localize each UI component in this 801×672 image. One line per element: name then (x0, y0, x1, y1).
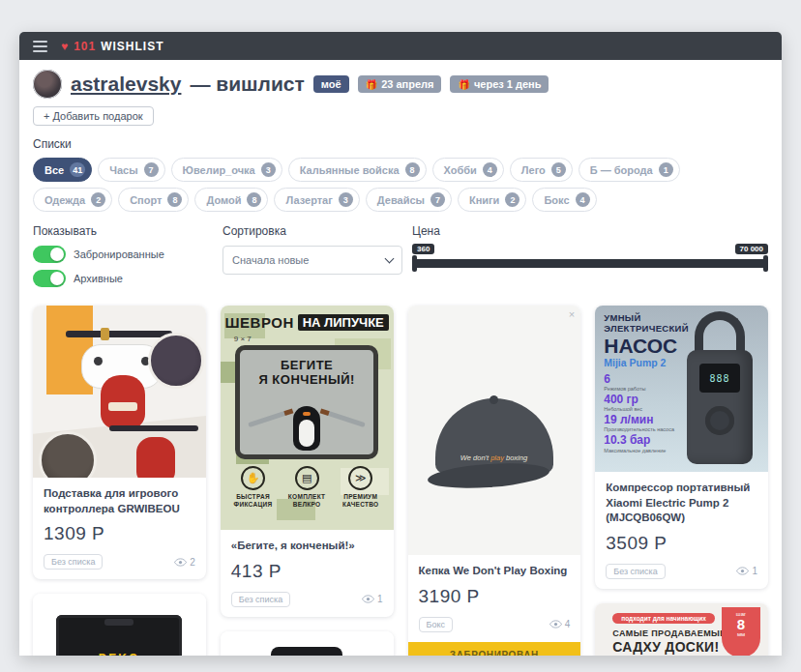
chip-label: Домой (206, 194, 241, 206)
badge-step-unit: мм (722, 631, 760, 637)
chip-jewelry[interactable]: Ювелир_очка3 (171, 158, 282, 182)
gift-grid: Подставка для игрового контроллера GRWIB… (33, 306, 768, 656)
hamburger-menu-icon[interactable] (33, 41, 47, 52)
gift-card-xiaomi-pump[interactable]: УМНЫЙ ЭЛЕКТРИЧЕСКИЙ НАСОС Mijia Pump 2 6… (595, 306, 768, 589)
username-link[interactable]: astralevsky (71, 73, 181, 96)
add-gift-button[interactable]: + Добавить подарок (33, 106, 154, 126)
booked-status-banner[interactable]: ЗАБРОНИРОВАН (408, 642, 581, 656)
pump-spec-label: Максимальное давление (604, 448, 689, 453)
pump-ad-line3: НАСОС (604, 336, 689, 356)
gift-card-deko-tools[interactable]: DEKO (33, 594, 206, 656)
main-panel: ♥ 101 WISHLIST astralevsky — вишлист моё… (19, 32, 782, 656)
cap-text: We don't (460, 453, 489, 462)
penguin-shape (293, 406, 320, 451)
chip-sport[interactable]: Спорт8 (118, 188, 189, 212)
katana-prop (66, 331, 172, 337)
eye-icon (362, 595, 374, 603)
chip-label: Бокс (544, 194, 569, 206)
pump-spec-value: 10.3 бар (604, 434, 689, 447)
gift-title: Кепка We Don't Play Boxing (419, 564, 571, 579)
cap-embroidery-text: We don't play boxing (435, 453, 553, 462)
chip-count: 8 (405, 162, 420, 177)
patch-text-1: БЕГИТЕ (240, 358, 373, 372)
gift-views: 2 (174, 557, 195, 568)
gift-image-patch: ШЕВРОН НА ЛИПУЧКЕ 9 × 7 БЕГИТЕ Я КОНЧЕНЫ… (221, 306, 394, 530)
brand-logo[interactable]: ♥ 101 WISHLIST (61, 40, 163, 53)
chip-devices[interactable]: Девайсы7 (366, 188, 452, 212)
feature-label: ФИКСАЦИЯ (234, 501, 273, 508)
close-icon[interactable]: × (569, 308, 575, 320)
chip-books[interactable]: Книги2 (458, 188, 526, 212)
lists-label: Списки (33, 137, 768, 151)
hand-icon: ✋ (241, 466, 265, 490)
avatar[interactable] (33, 70, 62, 99)
chip-label: Лего (521, 164, 546, 176)
gift-views: 1 (736, 566, 757, 576)
gift-list-tag: Без списка (231, 592, 290, 607)
toggle-archived[interactable]: Архивные (33, 270, 222, 287)
velcro-icon: ▤ (295, 466, 319, 490)
sadhu-step-badge: шаг 8 мм (722, 607, 760, 656)
pump-ad-line4: Mijia Pump 2 (604, 357, 689, 368)
chip-all[interactable]: Все41 (33, 158, 92, 182)
chip-watches[interactable]: Часы7 (98, 158, 164, 182)
chip-count: 41 (70, 162, 85, 177)
gift-views: 1 (362, 594, 383, 604)
price-slider-track[interactable] (412, 259, 768, 268)
chip-home[interactable]: Домой8 (194, 188, 268, 212)
pump-spec-value: 19 л/мин (604, 414, 689, 426)
patch-text-2: Я КОНЧЕНЫЙ! (240, 372, 373, 387)
gift-title: Подставка для игрового контроллера GRWIB… (44, 486, 195, 516)
machete-shape (327, 411, 366, 427)
price-slider-handle-min[interactable] (412, 255, 417, 272)
gift-icon: 🎁 (366, 79, 377, 90)
chip-hobby[interactable]: Хобби4 (432, 158, 504, 182)
price-label: Цена (412, 224, 768, 238)
gift-card-patch[interactable]: ШЕВРОН НА ЛИПУЧКЕ 9 × 7 БЕГИТЕ Я КОНЧЕНЫ… (221, 306, 394, 617)
feature-label: БЫСТРАЯ (236, 493, 270, 500)
sadhu-title-2: САДХУ ДОСКИ! (612, 639, 719, 655)
gift-title: «Бегите, я конченый!» (231, 539, 383, 554)
chip-label: Кальянные войска (300, 164, 400, 176)
gift-card-sadhu-boards[interactable]: подходит для начинающих САМЫЕ ПРОДАВАЕМЫ… (595, 603, 768, 656)
chip-boxing[interactable]: Бокс4 (532, 188, 596, 212)
gift-list-tag: Без списка (44, 554, 103, 570)
gift-card-gshock-watch[interactable]: G-SHOCK (221, 631, 394, 656)
watch-strap-shape (271, 647, 342, 656)
wishlist-header: astralevsky — вишлист моё 🎁 23 апреля 🎁 … (33, 70, 768, 99)
chip-hookah[interactable]: Кальянные войска8 (288, 158, 427, 182)
chip-count: 1 (659, 162, 673, 177)
price-max-label: 70 000 (735, 244, 768, 254)
toggle-booked-switch[interactable] (33, 246, 66, 263)
badge-countdown: 🎁 через 1 день (450, 75, 549, 93)
toggle-archived-switch[interactable] (33, 270, 66, 287)
top-navbar: ♥ 101 WISHLIST (19, 32, 782, 60)
gift-image-sadhu-boards: подходит для начинающих САМЫЕ ПРОДАВАЕМЫ… (595, 603, 768, 656)
gift-card-boxing-cap[interactable]: × We don't play boxing Кепка We Don't Pl… (408, 306, 581, 656)
sort-select[interactable]: Сначала новые (222, 246, 402, 275)
chevron-rank-icon: ≫ (348, 466, 372, 490)
patch-banner-2: НА ЛИПУЧКЕ (298, 314, 389, 331)
pump-display: 888 (699, 364, 740, 393)
patch-shape: БЕГИТЕ Я КОНЧЕНЫЙ! (235, 345, 378, 459)
chip-count: 7 (144, 162, 159, 177)
pump-spec-label: Производительность насоса (604, 426, 689, 432)
gift-title: Компрессор портативный Xiaomi Electric P… (606, 481, 757, 526)
price-slider-handle-max[interactable] (763, 255, 768, 272)
views-count: 4 (565, 619, 571, 629)
price-min-label: 360 (412, 244, 434, 254)
chip-lasertag[interactable]: Лазертаг3 (274, 188, 359, 212)
chip-lego[interactable]: Лего5 (510, 158, 573, 182)
chip-beard[interactable]: Б — борода1 (578, 158, 680, 182)
chip-clothes[interactable]: Одежда2 (33, 188, 112, 212)
toggle-booked[interactable]: Забронированные (33, 246, 222, 263)
price-slider[interactable]: 360 70 000 (412, 259, 768, 268)
gift-image-controller-stand (33, 306, 206, 478)
chip-count: 2 (505, 192, 519, 207)
brand-wishlist: WISHLIST (101, 40, 163, 53)
gift-card-controller-stand[interactable]: Подставка для игрового контроллера GRWIB… (33, 306, 206, 579)
cap-shape: We don't play boxing (435, 398, 553, 474)
chip-label: Часы (109, 164, 137, 176)
chip-count: 2 (91, 192, 105, 207)
pump-ad-line2: ЭЛЕКТРИЧЕСКИЙ (604, 324, 689, 335)
